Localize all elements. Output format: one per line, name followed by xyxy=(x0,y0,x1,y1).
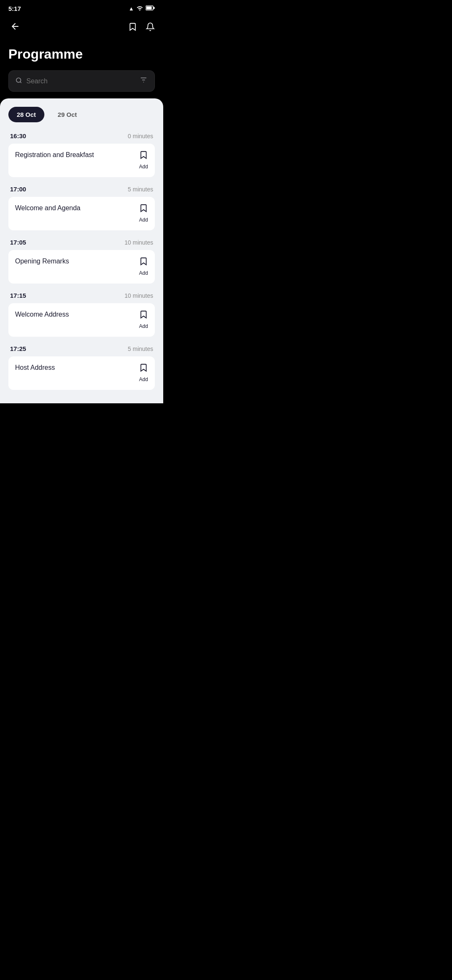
duration-label-0: 0 minutes xyxy=(128,133,153,139)
search-bar xyxy=(8,70,155,92)
page-title-section: Programme xyxy=(0,42,163,70)
time-header-3: 17:15 10 minutes xyxy=(8,292,155,299)
date-tabs: 28 Oct 29 Oct xyxy=(8,107,155,122)
session-section-2: 17:05 10 minutes Opening Remarks Add xyxy=(8,239,155,284)
search-container xyxy=(0,70,163,98)
search-icon xyxy=(15,77,22,85)
time-label-1: 17:00 xyxy=(10,186,26,193)
duration-label-3: 10 minutes xyxy=(125,292,153,299)
add-label-3: Add xyxy=(139,323,148,329)
tab-29-oct[interactable]: 29 Oct xyxy=(49,107,85,122)
wifi-icon xyxy=(136,5,143,12)
session-title-2: Opening Remarks xyxy=(15,257,134,265)
session-section-0: 16:30 0 minutes Registration and Breakfa… xyxy=(8,132,155,177)
duration-label-4: 5 minutes xyxy=(128,346,153,352)
page-title: Programme xyxy=(8,46,155,62)
bookmark-icon-1 xyxy=(139,204,148,215)
signal-icon: ▲ xyxy=(128,5,134,12)
time-label-2: 17:05 xyxy=(10,239,26,246)
content-area: 28 Oct 29 Oct 16:30 0 minutes Registrati… xyxy=(0,98,163,403)
session-title-0: Registration and Breakfast xyxy=(15,150,134,159)
time-label-3: 17:15 xyxy=(10,292,26,299)
header xyxy=(0,15,163,42)
bookmark-icon-2 xyxy=(139,257,148,268)
duration-label-2: 10 minutes xyxy=(125,239,153,246)
session-card-2: Opening Remarks Add xyxy=(8,250,155,284)
filter-icon[interactable] xyxy=(139,76,148,86)
battery-icon xyxy=(146,5,155,12)
session-title-1: Welcome and Agenda xyxy=(15,204,134,212)
search-input[interactable] xyxy=(26,77,139,85)
time-label-0: 16:30 xyxy=(10,132,26,139)
add-bookmark-4[interactable]: Add xyxy=(139,363,148,382)
svg-line-4 xyxy=(20,82,21,83)
time-label-4: 17:25 xyxy=(10,345,26,352)
add-bookmark-2[interactable]: Add xyxy=(139,257,148,276)
tab-28-oct[interactable]: 28 Oct xyxy=(8,107,44,122)
session-section-4: 17:25 5 minutes Host Address Add xyxy=(8,345,155,390)
time-header-4: 17:25 5 minutes xyxy=(8,345,155,352)
status-icons: ▲ xyxy=(128,5,155,12)
add-bookmark-1[interactable]: Add xyxy=(139,204,148,223)
add-label-2: Add xyxy=(139,270,148,276)
bookmark-icon-0 xyxy=(139,150,148,162)
bookmark-icon-3 xyxy=(139,310,148,322)
add-bookmark-0[interactable]: Add xyxy=(139,150,148,170)
session-title-4: Host Address xyxy=(15,363,134,371)
session-card-3: Welcome Address Add xyxy=(8,303,155,337)
svg-point-3 xyxy=(16,78,21,83)
status-bar: 5:17 ▲ xyxy=(0,0,163,15)
add-label-0: Add xyxy=(139,164,148,170)
status-time: 5:17 xyxy=(8,5,21,12)
notification-button[interactable] xyxy=(146,22,155,34)
svg-rect-2 xyxy=(154,7,155,9)
session-card-1: Welcome and Agenda Add xyxy=(8,197,155,230)
time-header-1: 17:00 5 minutes xyxy=(8,186,155,193)
header-left xyxy=(8,20,22,36)
add-bookmark-3[interactable]: Add xyxy=(139,310,148,329)
back-button[interactable] xyxy=(8,20,22,36)
session-section-1: 17:00 5 minutes Welcome and Agenda Add xyxy=(8,186,155,230)
svg-rect-1 xyxy=(146,7,152,10)
duration-label-1: 5 minutes xyxy=(128,186,153,193)
add-label-1: Add xyxy=(139,217,148,223)
bookmark-button[interactable] xyxy=(128,22,137,34)
bookmark-icon-4 xyxy=(139,363,148,375)
time-header-0: 16:30 0 minutes xyxy=(8,132,155,139)
time-header-2: 17:05 10 minutes xyxy=(8,239,155,246)
session-card-0: Registration and Breakfast Add xyxy=(8,144,155,177)
session-section-3: 17:15 10 minutes Welcome Address Add xyxy=(8,292,155,337)
add-label-4: Add xyxy=(139,377,148,382)
session-card-4: Host Address Add xyxy=(8,356,155,390)
header-icons xyxy=(128,22,155,34)
session-title-3: Welcome Address xyxy=(15,310,134,318)
